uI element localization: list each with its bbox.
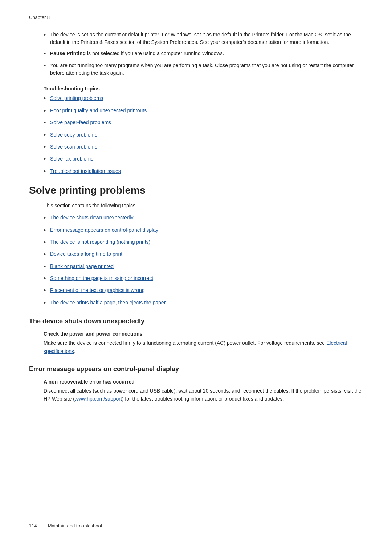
intro-bullets: • The device is set as the current or de… <box>44 31 363 77</box>
bullet-item-2: • Pause Printing is not selected if you … <box>44 50 363 58</box>
non-recoverable-body-after: ) for the latest troubleshooting informa… <box>122 396 284 402</box>
main-topic-3: • Device takes a long time to print <box>44 250 363 259</box>
bullet-item-3: • You are not running too many programs … <box>44 62 363 77</box>
main-bullet-6: • <box>44 287 50 295</box>
topic-bullet-1: • <box>44 107 50 115</box>
solve-printing-heading: Solve printing problems <box>29 185 363 196</box>
bullet-dot-3: • <box>44 62 50 70</box>
footer-text: Maintain and troubleshoot <box>48 523 102 528</box>
device-shuts-down-heading: The device shuts down unexpectedly <box>29 317 363 325</box>
main-bullet-0: • <box>44 214 50 222</box>
main-bullet-1: • <box>44 226 50 235</box>
main-link-5[interactable]: Something on the page is missing or inco… <box>50 275 153 282</box>
check-power-body-after: . <box>74 348 75 354</box>
topic-link-item-3: • Solve copy problems <box>44 131 363 139</box>
main-bullet-4: • <box>44 263 50 271</box>
main-link-3[interactable]: Device takes a long time to print <box>50 250 122 258</box>
main-link-6[interactable]: Placement of the text or graphics is wro… <box>50 287 145 294</box>
topic-link-6[interactable]: Troubleshoot installation issues <box>50 167 121 175</box>
main-topic-2: • The device is not responding (nothing … <box>44 238 363 247</box>
bullet-item-1: • The device is set as the current or de… <box>44 31 363 46</box>
topic-link-item-1: • Poor print quality and unexpected prin… <box>44 107 363 115</box>
topics-links-list: • Solve printing problems • Poor print q… <box>44 94 363 176</box>
error-message-heading: Error message appears on control-panel d… <box>29 365 363 373</box>
main-link-1[interactable]: Error message appears on control-panel d… <box>50 226 158 234</box>
pause-printing-rest: is not selected if you are using a compu… <box>87 50 224 56</box>
main-topic-5: • Something on the page is missing or in… <box>44 275 363 283</box>
main-topic-6: • Placement of the text or graphics is w… <box>44 287 363 295</box>
bullet-text-2: Pause Printing is not selected if you ar… <box>50 50 363 57</box>
troubleshooting-topics-section: Troubleshooting topics • Solve printing … <box>29 86 363 176</box>
main-link-7[interactable]: The device prints half a page, then ejec… <box>50 299 166 307</box>
topic-link-item-2: • Solve paper-feed problems <box>44 119 363 127</box>
topic-link-4[interactable]: Solve scan problems <box>50 143 97 151</box>
topic-link-5[interactable]: Solve fax problems <box>50 155 93 163</box>
bullet-text-3: You are not running too many programs wh… <box>50 62 363 77</box>
topic-link-0[interactable]: Solve printing problems <box>50 94 103 102</box>
main-topic-0: • The device shuts down unexpectedly <box>44 214 363 222</box>
main-topic-1: • Error message appears on control-panel… <box>44 226 363 235</box>
non-recoverable-heading: A non-recoverable error has occurred <box>44 379 363 385</box>
topic-bullet-6: • <box>44 167 50 176</box>
chapter-header: Chapter 8 <box>29 15 363 20</box>
footer-page-number: 114 <box>29 523 37 528</box>
topic-bullet-4: • <box>44 143 50 151</box>
chapter-label: Chapter 8 <box>29 15 50 20</box>
topic-link-2[interactable]: Solve paper-feed problems <box>50 119 111 126</box>
topic-link-item-4: • Solve scan problems <box>44 143 363 151</box>
main-link-2[interactable]: The device is not responding (nothing pr… <box>50 238 150 246</box>
main-topic-7: • The device prints half a page, then ej… <box>44 299 363 307</box>
topic-bullet-2: • <box>44 119 50 127</box>
main-link-4[interactable]: Blank or partial page printed <box>50 263 114 270</box>
main-bullet-7: • <box>44 299 50 307</box>
topic-link-item-6: • Troubleshoot installation issues <box>44 167 363 176</box>
topic-bullet-5: • <box>44 155 50 163</box>
topic-link-3[interactable]: Solve copy problems <box>50 131 97 139</box>
hp-web-link[interactable]: www.hp.com/support <box>75 396 122 402</box>
pause-printing-bold: Pause Printing <box>50 50 86 56</box>
check-power-body: Make sure the device is connected firmly… <box>44 339 363 355</box>
main-bullet-3: • <box>44 250 50 259</box>
topic-link-item-0: • Solve printing problems <box>44 94 363 103</box>
main-bullet-2: • <box>44 238 50 247</box>
topic-bullet-0: • <box>44 94 50 103</box>
bullet-dot-1: • <box>44 31 50 39</box>
topic-link-1[interactable]: Poor print quality and unexpected printo… <box>50 107 147 114</box>
topic-bullet-3: • <box>44 131 50 139</box>
main-topic-links: • The device shuts down unexpectedly • E… <box>44 214 363 307</box>
bullet-text-1: The device is set as the current or defa… <box>50 31 363 46</box>
bullet-dot-2: • <box>44 50 50 58</box>
check-power-body-text: Make sure the device is connected firmly… <box>44 340 326 346</box>
page-footer: 114 Maintain and troubleshoot <box>29 519 363 528</box>
check-power-heading: Check the power and power connections <box>44 331 363 337</box>
main-bullet-5: • <box>44 275 50 283</box>
troubleshooting-topics-heading: Troubleshooting topics <box>44 86 363 92</box>
topic-link-item-5: • Solve fax problems <box>44 155 363 163</box>
non-recoverable-body: Disconnect all cables (such as power cor… <box>44 387 363 403</box>
main-topic-4: • Blank or partial page printed <box>44 263 363 271</box>
section-intro-text: This section contains the following topi… <box>44 202 363 210</box>
main-link-0[interactable]: The device shuts down unexpectedly <box>50 214 134 222</box>
